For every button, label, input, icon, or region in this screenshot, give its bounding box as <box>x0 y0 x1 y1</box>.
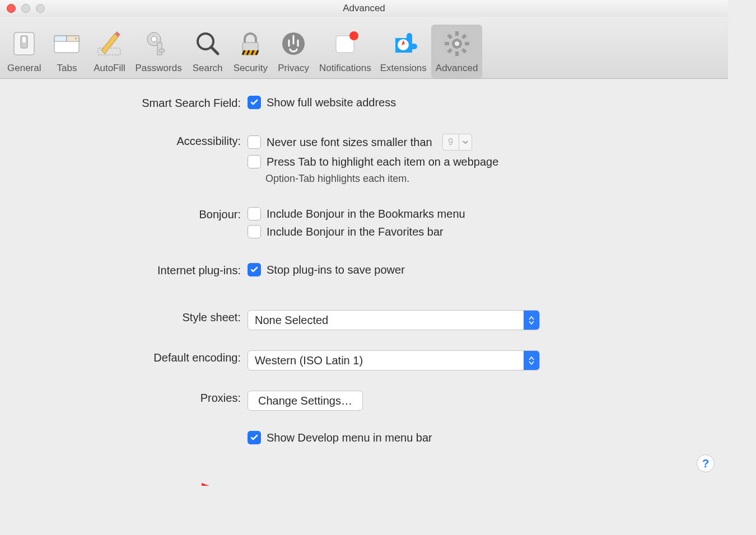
general-icon <box>8 28 40 59</box>
accessibility-label: Accessibility: <box>22 134 248 148</box>
min-font-stepper[interactable]: 9 <box>442 134 472 151</box>
advanced-icon <box>441 28 473 59</box>
help-icon: ? <box>702 457 709 470</box>
tool-passwords[interactable]: Passwords <box>130 25 186 78</box>
toolbar-label: Tabs <box>57 63 77 74</box>
show-full-address-checkbox[interactable] <box>248 96 261 109</box>
encoding-popup[interactable]: Western (ISO Latin 1) <box>248 350 540 370</box>
tool-notifications[interactable]: Notifications <box>315 25 376 78</box>
minimize-window-button[interactable] <box>21 4 30 13</box>
popup-arrows-icon <box>524 351 539 370</box>
content: Smart Search Field: Show full website ad… <box>0 79 728 486</box>
min-font-text: Never use font sizes smaller than <box>267 136 432 149</box>
annotation-arrow-icon <box>62 479 218 486</box>
toolbar-label: AutoFill <box>94 63 125 74</box>
encoding-value: Western (ISO Latin 1) <box>248 354 524 367</box>
svg-point-9 <box>151 36 157 42</box>
zoom-window-button[interactable] <box>36 4 45 13</box>
change-settings-button[interactable]: Change Settings… <box>248 391 363 411</box>
toolbar-label: Extensions <box>380 63 427 74</box>
tool-general[interactable]: General <box>3 25 45 78</box>
tabs-icon: + <box>51 28 82 59</box>
svg-rect-11 <box>160 49 164 52</box>
svg-rect-25 <box>455 31 459 36</box>
tab-highlight-checkbox[interactable] <box>248 155 261 168</box>
svg-rect-10 <box>157 43 162 55</box>
titlebar: Advanced <box>0 0 728 17</box>
toolbar-label: General <box>7 63 41 74</box>
svg-line-13 <box>211 47 218 54</box>
preferences-toolbar: General + Tabs AutoFill Passwords Search <box>0 17 728 79</box>
toolbar-label: Privacy <box>278 63 309 74</box>
svg-rect-26 <box>455 51 459 56</box>
tool-privacy[interactable]: Privacy <box>272 25 315 78</box>
tab-highlight-text: Press Tab to highlight each item on a we… <box>267 156 498 168</box>
plugins-label: Internet plug-ins: <box>22 263 248 277</box>
help-button[interactable]: ? <box>697 454 715 472</box>
bonjour-label: Bonjour: <box>22 207 248 221</box>
svg-rect-28 <box>465 42 469 45</box>
stylesheet-label: Style sheet: <box>22 310 248 324</box>
min-font-checkbox[interactable] <box>248 135 261 149</box>
toolbar-label: Passwords <box>135 63 181 74</box>
svg-rect-7 <box>98 48 120 55</box>
tool-tabs[interactable]: + Tabs <box>45 25 88 78</box>
accessibility-note: Option-Tab highlights each item. <box>265 173 706 185</box>
toolbar-label: Search <box>193 63 223 74</box>
svg-text:+: + <box>74 36 77 41</box>
tool-extensions[interactable]: Extensions <box>376 25 431 78</box>
bonjour-favorites-text: Include Bonjour in the Favorites bar <box>267 226 444 238</box>
svg-rect-32 <box>461 48 466 54</box>
proxies-label: Proxies: <box>22 391 248 405</box>
svg-rect-4 <box>54 36 67 41</box>
passwords-icon <box>143 28 174 59</box>
toolbar-label: Security <box>234 63 268 74</box>
svg-point-22 <box>349 31 358 40</box>
privacy-icon <box>278 28 309 59</box>
show-develop-checkbox[interactable] <box>248 431 261 444</box>
show-develop-text: Show Develop menu in menu bar <box>267 431 432 444</box>
tool-autofill[interactable]: AutoFill <box>88 25 130 78</box>
chevron-down-icon <box>459 134 472 150</box>
traffic-lights <box>7 4 45 13</box>
bonjour-bookmarks-checkbox[interactable] <box>248 207 261 220</box>
tool-security[interactable]: Security <box>229 25 272 78</box>
extensions-icon <box>388 28 419 59</box>
security-icon <box>235 28 266 59</box>
tool-advanced[interactable]: Advanced <box>431 25 483 78</box>
autofill-icon <box>94 28 125 59</box>
preferences-window: Advanced General + Tabs AutoFill Passwor… <box>0 0 728 486</box>
stylesheet-popup[interactable]: None Selected <box>248 310 540 330</box>
smart-search-label: Smart Search Field: <box>22 96 248 110</box>
svg-marker-35 <box>202 483 214 486</box>
svg-rect-29 <box>461 34 466 39</box>
tool-search[interactable]: Search <box>186 25 229 78</box>
svg-rect-2 <box>22 37 26 43</box>
min-font-value: 9 <box>443 134 459 150</box>
change-settings-text: Change Settings… <box>258 395 352 407</box>
svg-point-33 <box>455 41 459 46</box>
svg-rect-31 <box>447 34 452 39</box>
svg-rect-27 <box>445 42 449 45</box>
window-title: Advanced <box>0 3 728 14</box>
close-window-button[interactable] <box>7 4 16 13</box>
stop-plugins-checkbox[interactable] <box>248 263 261 276</box>
popup-arrows-icon <box>524 311 539 330</box>
notifications-icon <box>329 28 361 59</box>
toolbar-label: Notifications <box>319 63 371 74</box>
stop-plugins-text: Stop plug-ins to save power <box>267 264 405 276</box>
svg-rect-30 <box>447 48 452 54</box>
stylesheet-value: None Selected <box>248 314 524 327</box>
toolbar-label: Advanced <box>436 63 478 74</box>
encoding-label: Default encoding: <box>22 350 248 364</box>
bonjour-favorites-checkbox[interactable] <box>248 225 261 238</box>
search-icon <box>192 28 223 59</box>
show-full-address-text: Show full website address <box>267 96 396 109</box>
bonjour-bookmarks-text: Include Bonjour in the Bookmarks menu <box>267 208 465 220</box>
